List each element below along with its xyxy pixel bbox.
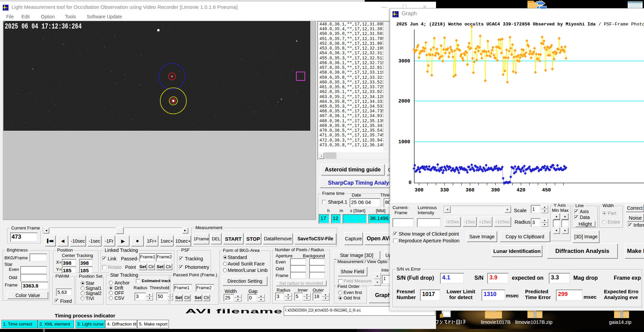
svg-text:450: 450 <box>542 187 551 193</box>
svg-text:Li: Li <box>5 5 6 7</box>
svg-text:300: 300 <box>415 187 423 193</box>
svg-text:1000: 1000 <box>398 139 410 145</box>
svg-text:420: 420 <box>517 187 525 193</box>
svg-text:2000: 2000 <box>398 98 410 104</box>
svg-text:330: 330 <box>440 187 449 193</box>
svg-text:0: 0 <box>408 180 412 185</box>
svg-text:390: 390 <box>491 187 500 193</box>
svg-text:360: 360 <box>466 187 474 193</box>
svg-text:vie: vie <box>5 8 7 10</box>
svg-text:3000: 3000 <box>398 58 410 64</box>
